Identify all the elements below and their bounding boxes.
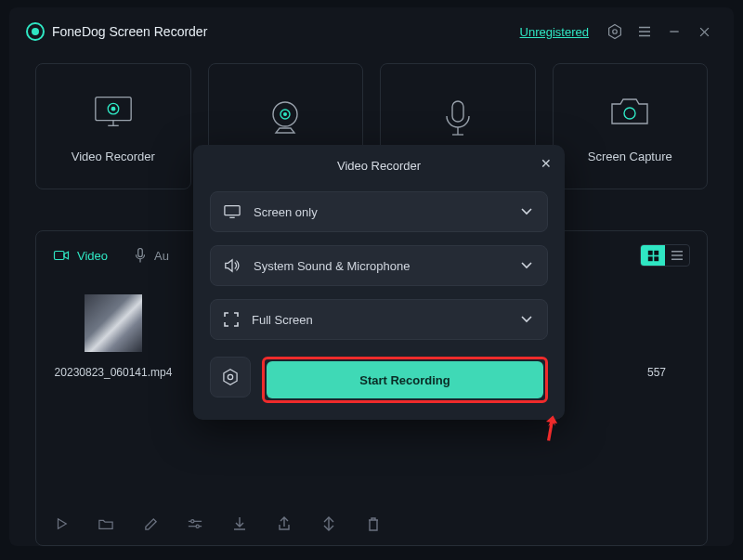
app-name: FoneDog Screen Recorder [52, 24, 207, 39]
download-icon[interactable] [231, 515, 248, 532]
svg-rect-24 [654, 250, 658, 254]
card-label: Video Recorder [72, 150, 155, 163]
svg-rect-23 [647, 250, 652, 254]
play-icon[interactable] [53, 515, 70, 532]
audio-value: System Sound & Microphone [254, 259, 410, 273]
svg-point-1 [613, 30, 618, 34]
svg-point-33 [196, 525, 199, 527]
thumbnail-label: 557 [647, 365, 666, 380]
fullscreen-icon [224, 312, 239, 327]
card-video-recorder[interactable]: Video Recorder [35, 63, 191, 189]
list-item[interactable]: 20230823_060141.mp4 [59, 294, 168, 380]
svg-rect-25 [647, 256, 652, 261]
chevron-down-icon [521, 262, 532, 269]
list-item[interactable]: 557 [629, 294, 684, 380]
tab-label: Au [154, 249, 169, 263]
svg-rect-21 [138, 249, 143, 257]
audio-select[interactable]: System Sound & Microphone [210, 245, 548, 286]
start-recording-highlight: Start Recording [262, 357, 548, 403]
svg-marker-37 [224, 370, 237, 385]
svg-rect-20 [55, 252, 65, 260]
area-select[interactable]: Full Screen [210, 299, 548, 340]
logo-icon [26, 22, 45, 41]
tab-label: Video [77, 249, 108, 263]
trash-icon[interactable] [365, 515, 382, 532]
svg-point-19 [624, 108, 635, 119]
close-icon[interactable]: ✕ [541, 156, 552, 171]
source-select[interactable]: Screen only [210, 191, 548, 232]
camera-icon [608, 90, 651, 133]
chevron-down-icon [521, 208, 532, 215]
svg-marker-0 [609, 25, 621, 39]
menu-icon[interactable] [632, 19, 658, 45]
unregistered-link[interactable]: Unregistered [520, 25, 589, 39]
svg-point-12 [111, 106, 115, 111]
svg-rect-35 [225, 206, 240, 215]
monitor-record-icon [92, 90, 135, 133]
start-label: Start Recording [359, 373, 450, 387]
source-value: Screen only [254, 205, 318, 219]
monitor-icon [224, 204, 241, 219]
tab-audio[interactable]: Au [134, 247, 169, 264]
app-logo: FoneDog Screen Recorder [26, 22, 207, 41]
microphone-icon [437, 97, 479, 139]
tab-video[interactable]: Video [53, 249, 108, 263]
speaker-icon [224, 258, 241, 273]
library-toolbar [53, 491, 690, 536]
share-icon[interactable] [276, 515, 293, 532]
video-recorder-dialog: Video Recorder ✕ Screen only System Soun… [193, 145, 565, 420]
close-icon[interactable] [691, 19, 717, 45]
thumbnail-icon [85, 294, 142, 352]
edit-icon[interactable] [142, 515, 159, 532]
svg-rect-16 [452, 101, 463, 122]
convert-icon[interactable] [320, 515, 337, 532]
minimize-icon[interactable] [661, 19, 687, 45]
list-view-icon[interactable] [665, 245, 689, 266]
thumbnail-label: 20230823_060141.mp4 [55, 365, 173, 380]
view-toggle [640, 244, 690, 267]
recorder-settings-button[interactable] [210, 357, 251, 397]
dialog-title: Video Recorder [337, 159, 421, 173]
sliders-icon[interactable] [187, 515, 203, 532]
svg-rect-26 [654, 256, 658, 261]
start-recording-button[interactable]: Start Recording [267, 361, 543, 398]
card-screen-capture[interactable]: Screen Capture [553, 63, 709, 189]
svg-point-32 [191, 520, 194, 523]
settings-icon[interactable] [602, 19, 628, 45]
svg-point-15 [283, 112, 287, 116]
folder-icon[interactable] [98, 515, 114, 532]
card-label: Screen Capture [588, 150, 672, 163]
area-value: Full Screen [252, 313, 313, 327]
grid-view-icon[interactable] [641, 245, 665, 266]
chevron-down-icon [521, 316, 532, 323]
titlebar: FoneDog Screen Recorder Unregistered [9, 7, 734, 56]
svg-point-38 [228, 374, 232, 379]
webcam-icon [264, 97, 306, 139]
